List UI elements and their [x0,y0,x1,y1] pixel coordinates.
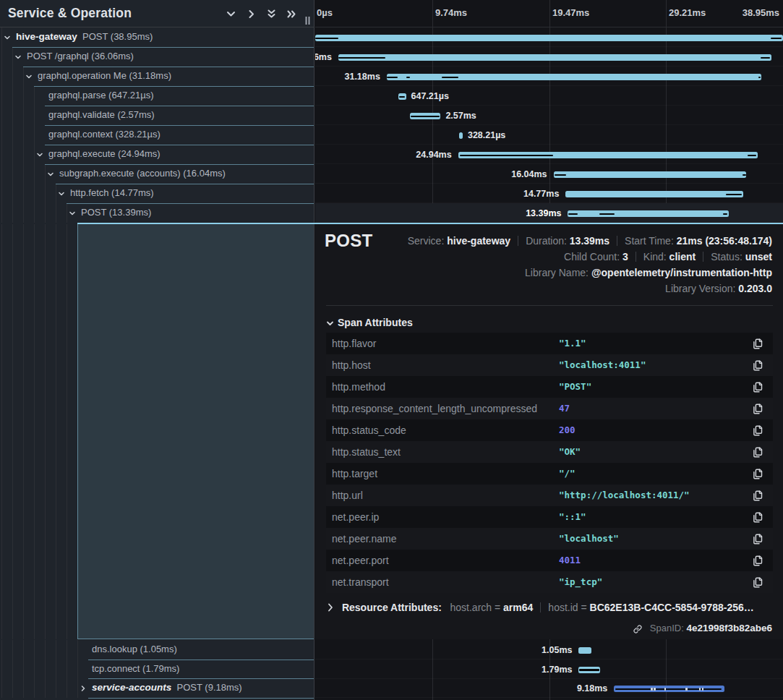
copy-icon[interactable] [753,555,763,566]
attribute-row: http.status_text"OK" [326,441,773,463]
operation-name: POST (13.39ms) [81,207,151,218]
span-bar[interactable] [578,647,591,654]
tree-row-separator [88,660,315,660]
critical-path-segment [399,96,405,98]
span-bar[interactable] [565,191,743,197]
chevron-down-icon[interactable] [25,73,33,80]
attribute-row: http.method"POST" [326,376,773,398]
column-resize-handle[interactable] [304,16,312,25]
copy-icon[interactable] [753,382,763,393]
copy-icon[interactable] [753,490,763,501]
indent-guide [23,203,24,223]
copy-icon[interactable] [753,534,763,545]
timeline-span-row[interactable]: 1.05ms [315,640,783,660]
indent-guide [23,184,24,203]
span-duration-label: 2.57ms [445,111,476,121]
indent-guide [67,660,67,679]
indent-guide [56,203,56,223]
copy-icon[interactable] [753,577,763,588]
span-tree-row[interactable]: subgraph.execute (accounts) (16.04ms) [0,164,315,184]
span-tree-row[interactable]: http.fetch (14.77ms) [0,184,315,203]
resource-attributes[interactable]: Resource Attributes: host.arch = arm64ho… [326,602,754,618]
span-child-mark [702,688,704,691]
resource-attributes-items: host.arch = arm64host.id = BC62E13B-C4CC… [445,602,754,613]
attribute-key: net.peer.name [332,533,397,545]
copy-icon[interactable] [753,469,763,479]
collapse-one-icon[interactable] [226,9,236,20]
span-bar[interactable] [315,35,783,41]
chevron-down-icon[interactable] [69,210,76,217]
collapse-all-icon[interactable] [266,9,277,20]
indent-guide [12,86,13,106]
copy-icon[interactable] [753,404,763,414]
copy-icon[interactable] [753,360,763,371]
attribute-value: 4011 [559,555,581,565]
indent-guide [23,224,24,639]
indent-guide [23,145,24,164]
chevron-down-icon[interactable] [4,34,11,41]
span-tree-row[interactable]: graphql.parse (647.21µs) [0,86,315,106]
timeline-span-row[interactable]: 24.94ms [315,145,783,164]
span-tree-row[interactable]: service-accounts POST (9.18ms) [0,678,315,698]
timeline-span-row[interactable]: 2.57ms [315,106,783,125]
copy-icon[interactable] [753,425,763,436]
span-tree-row[interactable]: hive-gateway POST (38.95ms) [0,27,315,47]
tree-row-separator [88,698,315,699]
timeline-span-row[interactable]: 647.21µs [315,86,783,106]
chevron-right-icon[interactable] [80,685,87,692]
timeline-span-row[interactable]: 13.39ms [315,203,783,223]
copy-icon[interactable] [753,447,763,458]
span-bar[interactable] [338,54,771,61]
copy-icon[interactable] [753,338,763,349]
span-name-label: subgraph.execute (accounts) (16.04ms) [59,168,226,179]
timeline-span-row[interactable]: 16.04ms [315,164,783,184]
span-tree-row[interactable]: tcp.connect (1.79ms) [0,660,315,679]
span-tree-row[interactable]: dns.lookup (1.05ms) [0,640,315,660]
meta-label: Library Version: [665,283,738,294]
span-tree-row[interactable]: graphql.validate (2.57ms) [0,106,315,125]
link-icon[interactable] [633,625,642,633]
timeline-span-row[interactable]: 328.21µs [315,125,783,145]
span-name-label: hive-gateway POST (38.95ms) [16,31,153,42]
chevron-right-icon [326,602,335,613]
copy-icon[interactable] [753,512,763,523]
span-tree-row[interactable]: graphql.execute (24.94ms) [0,145,315,164]
critical-path-segment [555,174,567,176]
indent-guide [34,640,35,660]
span-tree-row[interactable]: POST /graphql (36.06ms) [0,47,315,67]
span-name-label: graphql.validate (2.57ms) [48,109,155,120]
span-tree-row[interactable]: graphql.operation Me (31.18ms) [0,67,315,86]
span-bar[interactable] [554,171,746,178]
span-child-mark [699,688,701,691]
span-bar[interactable] [459,132,463,139]
critical-path-segment [460,155,553,157]
span-duration-label: 1.79ms [542,665,572,675]
indent-guide [77,640,78,660]
expand-one-icon[interactable] [246,9,257,20]
panel-title: Service & Operation [8,6,132,21]
indent-guide [56,660,56,679]
chevron-down-icon[interactable] [47,171,54,178]
critical-path-segment [387,77,398,79]
meta-divider [703,252,703,262]
span-duration-label: 24.94ms [416,150,451,160]
attribute-row: http.url"http://localhost:4011/" [326,485,773,506]
tick-label: 9.74ms [435,7,467,18]
span-tree-row[interactable]: graphql.context (328.21µs) [0,125,315,145]
chevron-down-icon[interactable] [14,54,22,61]
expand-all-icon[interactable] [286,9,297,20]
operation-name: graphql.operation Me (31.18ms) [38,70,171,81]
timeline-span-row[interactable]: 36.06ms [315,47,783,67]
chevron-down-icon[interactable] [58,190,65,197]
timeline-span-row[interactable]: 1.79ms [315,660,783,679]
span-tree-row[interactable]: POST (13.39ms) [0,203,315,223]
chevron-down-icon[interactable] [36,151,43,158]
timeline-span-row[interactable]: 31.18ms [315,67,783,86]
timeline-span-row[interactable]: 14.77ms [315,184,783,203]
meta-label: Service: [408,235,447,247]
timeline-span-row[interactable]: 9.18ms [315,678,783,698]
timeline-span-row[interactable]: 38.95ms [315,27,783,47]
operation-name: http.fetch (14.77ms) [70,187,154,198]
service-name: service-accounts [92,682,171,693]
span-bar[interactable] [568,210,728,217]
